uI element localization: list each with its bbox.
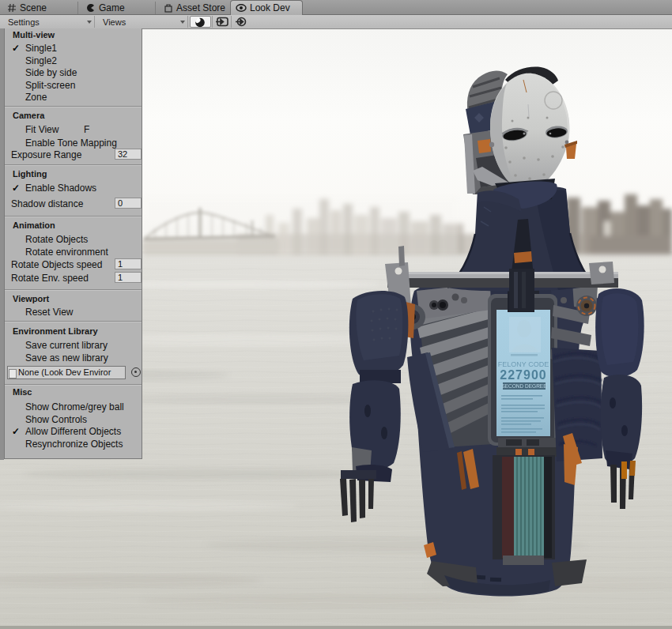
svg-text:227900: 227900	[500, 368, 546, 382]
svg-text:SECOND DEGREE: SECOND DEGREE	[501, 383, 547, 389]
svg-text:FELONY CODE: FELONY CODE	[498, 360, 549, 368]
